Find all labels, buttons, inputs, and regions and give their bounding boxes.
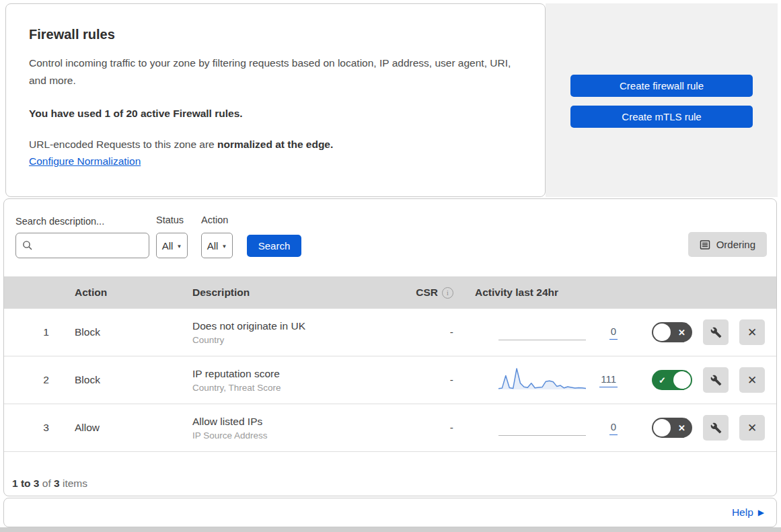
activity-sparkline — [498, 414, 586, 442]
toggle-state-icon: ✕ — [678, 423, 685, 433]
wrench-icon — [710, 327, 722, 338]
search-icon — [22, 240, 33, 251]
action-dropdown[interactable]: All ▼ — [201, 233, 233, 258]
rule-fields: Country — [192, 335, 408, 345]
pagination-summary: 1 to 3 of 3 items — [4, 452, 776, 496]
total-count: 3 — [54, 478, 60, 489]
toggle-knob — [653, 324, 671, 341]
rules-list-card: Search description... Status Action All … — [3, 198, 777, 496]
delete-rule-button[interactable]: ✕ — [739, 367, 765, 393]
action-label: Action — [201, 215, 228, 225]
table-row: 2 Block IP reputation score Country, Thr… — [4, 356, 776, 404]
info-icon[interactable]: i — [442, 287, 453, 299]
ordering-button[interactable]: Ordering — [688, 232, 767, 257]
status-label: Status — [156, 215, 184, 225]
close-icon: ✕ — [747, 421, 757, 435]
activity-count-link[interactable]: 111 — [599, 373, 618, 387]
range-text: 1 to 3 — [12, 478, 39, 489]
rule-action: Block — [75, 374, 192, 386]
chevron-down-icon: ▼ — [221, 242, 227, 250]
toggle-knob — [673, 371, 691, 389]
normalization-note: URL-encoded Requests to this zone are no… — [29, 139, 522, 151]
activity-sparkline — [498, 318, 586, 346]
edit-rule-button[interactable] — [703, 319, 729, 345]
rule-enable-toggle[interactable]: ✕ — [652, 322, 692, 342]
status-dropdown[interactable]: All ▼ — [156, 233, 188, 258]
firewall-rules-card: Firewall rules Control incoming traffic … — [5, 3, 546, 197]
close-icon: ✕ — [747, 373, 757, 387]
help-link[interactable]: Help ▶ — [732, 506, 764, 519]
rule-priority: 1 — [4, 326, 75, 338]
search-button[interactable]: Search — [247, 235, 301, 257]
page-title: Firewall rules — [29, 27, 522, 42]
edit-rule-button[interactable] — [703, 415, 729, 441]
items-text: items — [63, 478, 87, 489]
table-row: 3 Allow Allow listed IPs IP Source Addre… — [4, 404, 776, 452]
rule-csr-value: - — [408, 326, 456, 338]
rule-priority: 3 — [4, 422, 75, 434]
filter-bar: Search description... Status Action All … — [4, 199, 776, 276]
rule-csr-value: - — [408, 422, 456, 434]
help-arrow-icon: ▶ — [758, 508, 764, 517]
ordering-icon — [700, 239, 710, 250]
configure-normalization-link[interactable]: Configure Normalization — [29, 155, 141, 167]
activity-count-link[interactable]: 0 — [609, 421, 618, 435]
create-mtls-rule-button[interactable]: Create mTLS rule — [570, 106, 753, 128]
rule-enable-toggle[interactable]: ✕ — [652, 418, 692, 438]
delete-rule-button[interactable]: ✕ — [739, 415, 765, 441]
table-row: 1 Block Does not originate in UK Country… — [4, 309, 776, 356]
rule-action: Block — [75, 326, 192, 338]
action-side-panel: Create firewall rule Create mTLS rule — [546, 3, 778, 197]
activity-count-link[interactable]: 0 — [609, 326, 618, 340]
status-dropdown-value: All — [162, 240, 174, 252]
edit-rule-button[interactable] — [703, 367, 729, 393]
ordering-button-label: Ordering — [716, 239, 755, 250]
rule-priority: 2 — [4, 374, 75, 386]
create-firewall-rule-button[interactable]: Create firewall rule — [570, 75, 753, 97]
activity-sparkline — [498, 366, 586, 394]
rule-enable-toggle[interactable]: ✓ — [652, 370, 692, 390]
normalization-bold: normalized at the edge. — [217, 139, 333, 150]
toggle-state-icon: ✓ — [659, 375, 666, 385]
rule-fields: Country, Threat Score — [192, 383, 408, 393]
action-column-header: Action — [75, 287, 192, 299]
description-column-header: Description — [192, 287, 408, 299]
csr-header-label: CSR — [416, 287, 438, 299]
activity-column-header: Activity last 24hr — [456, 287, 618, 299]
help-bar: Help ▶ — [3, 498, 777, 527]
toggle-state-icon: ✕ — [678, 328, 685, 338]
close-icon: ✕ — [747, 326, 757, 340]
search-input[interactable] — [38, 240, 143, 252]
wrench-icon — [710, 375, 722, 386]
toggle-knob — [653, 419, 671, 436]
rule-description: Allow listed IPs — [192, 416, 408, 428]
rule-csr-value: - — [408, 374, 456, 386]
help-link-label: Help — [732, 506, 753, 519]
rule-description: Does not originate in UK — [192, 320, 408, 332]
search-label: Search description... — [15, 216, 104, 227]
rule-action: Allow — [75, 422, 192, 434]
intro-text: Control incoming traffic to your zone by… — [29, 54, 520, 89]
of-text: of — [42, 478, 51, 489]
wrench-icon — [710, 422, 722, 434]
csr-column-header: CSRi — [408, 287, 456, 299]
page-bottom-strip — [0, 527, 781, 532]
usage-note: You have used 1 of 20 active Firewall ru… — [29, 108, 522, 120]
chevron-down-icon: ▼ — [176, 242, 182, 250]
table-header-row: Action Description CSRi Activity last 24… — [4, 276, 776, 309]
search-box[interactable] — [15, 233, 149, 258]
normalization-prefix: URL-encoded Requests to this zone are — [29, 139, 217, 150]
action-dropdown-value: All — [207, 240, 219, 252]
rule-description: IP reputation score — [192, 368, 408, 380]
rule-fields: IP Source Address — [192, 430, 408, 441]
delete-rule-button[interactable]: ✕ — [739, 319, 765, 345]
